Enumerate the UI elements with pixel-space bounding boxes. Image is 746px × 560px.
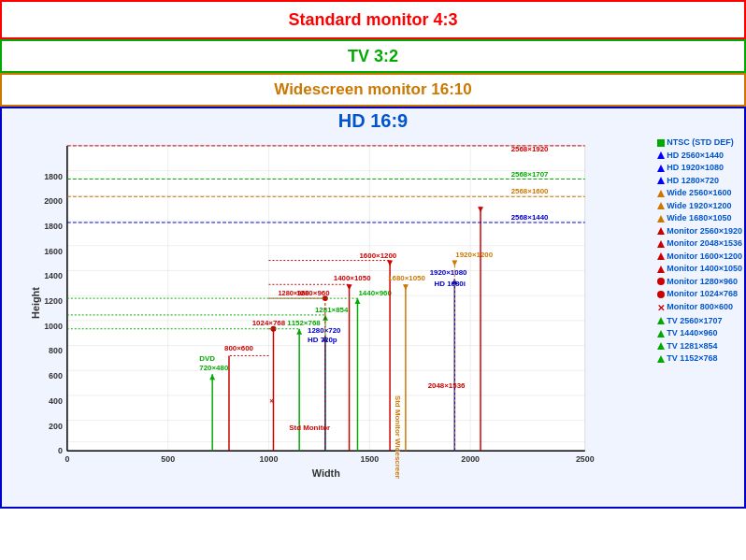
legend-wide-2560: Wide 2560×1600 [657, 187, 742, 200]
svg-text:1000: 1000 [44, 322, 63, 331]
legend-triangle-tv1281 [657, 342, 665, 350]
svg-text:400: 400 [49, 396, 63, 406]
banner-wide-text: Widescreen monitor 16:10 [274, 80, 471, 99]
legend-wide-1680: Wide 1680×1050 [657, 212, 742, 225]
legend-triangle-hd1920 [657, 165, 665, 172]
svg-text:1920×1200: 1920×1200 [455, 251, 493, 259]
legend-label-mon1400: Monitor 1400×1050 [667, 263, 742, 276]
legend-dot-mon1280 [657, 278, 665, 285]
svg-text:800: 800 [49, 346, 63, 355]
svg-text:1280×960: 1280×960 [278, 289, 308, 297]
svg-text:1600: 1600 [44, 247, 63, 256]
legend-dot-ntsc [657, 139, 665, 147]
svg-text:Std Monitor: Std Monitor [289, 424, 330, 432]
banner-tv: TV 3:2 [0, 39, 746, 73]
svg-text:2568×1600: 2568×1600 [511, 187, 549, 195]
chart-area: 0 200 400 600 800 1000 1200 1400 1600 18… [11, 136, 613, 479]
legend-mon-1400: Monitor 1400×1050 [657, 263, 742, 276]
legend-label-tv2560: TV 2560×1707 [667, 315, 722, 328]
svg-text:1920×1080: 1920×1080 [430, 268, 467, 277]
svg-text:2568×1920: 2568×1920 [511, 145, 549, 153]
svg-text:1440×960: 1440×960 [358, 289, 392, 297]
svg-text:1400×1050: 1400×1050 [334, 274, 371, 282]
legend-triangle-hd1280 [657, 177, 665, 184]
banner-hd: HD 16:9 [0, 107, 746, 509]
legend-label-hd1280: HD 1280×720 [667, 175, 719, 188]
banner-standard: Standard monitor 4:3 [0, 0, 746, 39]
legend-triangle-tv2560 [657, 317, 665, 324]
banner-wide: Widescreen monitor 16:10 [0, 73, 746, 107]
legend-mon-1280: Monitor 1280×960 [657, 276, 742, 289]
svg-text:1281×854: 1281×854 [315, 306, 349, 314]
legend-triangle-tv1440 [657, 330, 665, 337]
legend-label-tv1440: TV 1440×960 [667, 327, 717, 340]
svg-text:720×480: 720×480 [199, 364, 229, 372]
legend-mon-800: ✕ Monitor 800×600 [657, 301, 742, 315]
svg-text:HD 720p: HD 720p [308, 336, 337, 344]
legend-label-wide2560: Wide 2560×1600 [667, 187, 731, 200]
svg-text:1600×1200: 1600×1200 [359, 251, 396, 260]
svg-text:200: 200 [49, 422, 63, 431]
svg-text:1800: 1800 [44, 222, 63, 231]
banner-hd-text: HD 16:9 [338, 110, 408, 132]
svg-text:500: 500 [161, 454, 175, 464]
legend-label-ntsc: NTSC (STD DEF) [667, 136, 734, 150]
legend-label-tv1281: TV 1281×854 [667, 340, 717, 353]
legend-label-wide1680: Wide 1680×1050 [667, 212, 731, 225]
chart-legend: NTSC (STD DEF) HD 2560×1440 HD 1920×1080… [657, 136, 742, 366]
legend-triangle-mon2560 [657, 227, 665, 235]
legend-triangle-hd2560 [657, 151, 665, 159]
svg-text:Height: Height [30, 287, 41, 319]
svg-text:800×600: 800×600 [224, 344, 254, 352]
svg-text:Width: Width [312, 467, 340, 479]
legend-label-hd1920: HD 1920×1080 [667, 162, 724, 175]
legend-mon-2048: Monitor 2048×1536 [657, 237, 742, 251]
legend-mon-1024: Monitor 1024×768 [657, 288, 742, 301]
svg-text:2568×1707: 2568×1707 [511, 170, 549, 179]
svg-text:1024×768: 1024×768 [252, 319, 286, 327]
svg-text:1680×1050: 1680×1050 [388, 274, 425, 282]
legend-ntsc: NTSC (STD DEF) [657, 136, 742, 150]
legend-tv-1152: TV 1152×768 [657, 352, 742, 366]
legend-label-mon800: Monitor 800×600 [667, 301, 733, 314]
svg-text:DVD: DVD [199, 354, 215, 363]
legend-triangle-tv1152 [657, 355, 665, 363]
svg-text:1000: 1000 [260, 454, 279, 464]
legend-label-mon1280: Monitor 1280×960 [667, 276, 738, 289]
legend-label-wide1920: Wide 1920×1200 [667, 200, 731, 213]
banner-tv-text: TV 3:2 [348, 47, 398, 66]
legend-label-mon1024: Monitor 1024×768 [667, 288, 738, 301]
legend-triangle-mon1400 [657, 266, 665, 273]
svg-text:2000: 2000 [44, 196, 63, 206]
chart-svg: 0 200 400 600 800 1000 1200 1400 1600 18… [11, 136, 613, 479]
legend-wide-1920: Wide 1920×1200 [657, 200, 742, 213]
legend-label-tv1152: TV 1152×768 [667, 352, 717, 366]
svg-text:1800: 1800 [44, 172, 63, 181]
legend-hd-1920: HD 1920×1080 [657, 162, 742, 175]
legend-label-hd2560: HD 2560×1440 [667, 150, 724, 163]
banner-standard-text: Standard monitor 4:3 [288, 10, 457, 30]
svg-text:1200: 1200 [44, 296, 63, 306]
legend-triangle-mon2048 [657, 240, 665, 248]
svg-text:0: 0 [58, 446, 63, 455]
legend-triangle-wide1920 [657, 202, 665, 209]
svg-text:0: 0 [65, 454, 69, 464]
legend-label-mon1600: Monitor 1600×1200 [667, 251, 742, 264]
svg-text:1500: 1500 [360, 454, 379, 464]
legend-triangle-wide2560 [657, 190, 665, 197]
svg-text:2568×1440: 2568×1440 [511, 213, 549, 222]
legend-dot-mon1024 [657, 291, 665, 298]
legend-mon-1600: Monitor 1600×1200 [657, 251, 742, 264]
svg-text:2500: 2500 [576, 454, 595, 464]
legend-label-mon2560: Monitor 2560×1920 [667, 225, 742, 238]
svg-text:×: × [267, 396, 276, 405]
svg-text:HD 1080i: HD 1080i [435, 280, 466, 288]
svg-text:2048×1536: 2048×1536 [428, 381, 466, 390]
svg-text:2000: 2000 [461, 454, 480, 464]
legend-hd-1280: HD 1280×720 [657, 175, 742, 188]
legend-hd-2560: HD 2560×1440 [657, 150, 742, 163]
svg-text:1400: 1400 [44, 271, 63, 280]
legend-triangle-mon1600 [657, 252, 665, 260]
legend-tv-2560: TV 2560×1707 [657, 315, 742, 328]
legend-triangle-wide1680 [657, 215, 665, 223]
